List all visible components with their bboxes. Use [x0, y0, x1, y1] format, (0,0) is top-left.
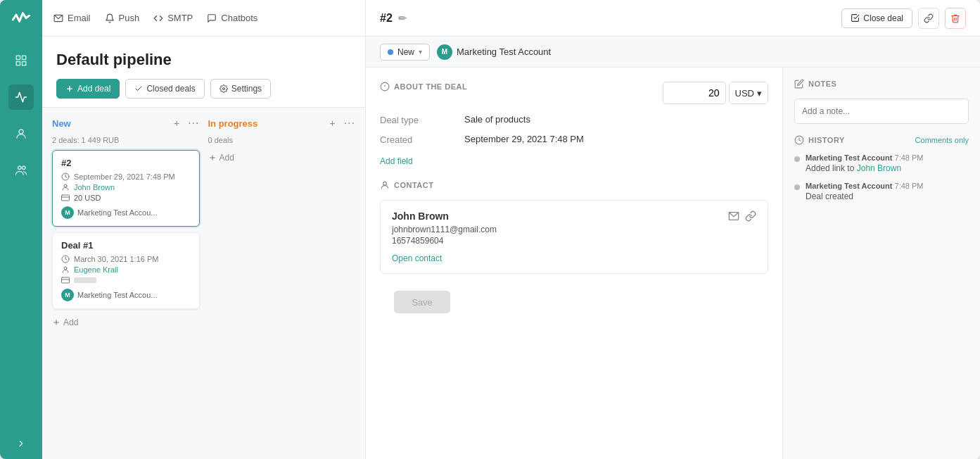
card-icon: [61, 194, 70, 202]
history-content-1: Marketing Test Account 7:48 PM Added lin…: [806, 153, 969, 173]
history-icon: [794, 135, 804, 145]
currency-select[interactable]: USD ▾: [729, 82, 768, 104]
notes-input[interactable]: [794, 99, 969, 124]
deal-panel-header: #2 ✏ Close deal: [366, 0, 980, 37]
deal-field-created: Created September 29, 2021 7:48 PM: [380, 134, 768, 145]
sidebar-item-deals[interactable]: [8, 84, 34, 110]
svg-point-16: [64, 267, 67, 270]
svg-rect-13: [62, 195, 70, 201]
deal-card-2-account: M Marketing Test Accou...: [61, 206, 191, 219]
sidebar-item-users[interactable]: [8, 158, 34, 183]
sidebar-item-analytics[interactable]: [8, 48, 34, 73]
nav-smtp-label: SMTP: [167, 13, 193, 23]
deal-card-2[interactable]: #2 September 29, 2021 7:48 PM John Brown…: [52, 150, 200, 227]
deal-panel-title-text: #2: [380, 12, 393, 25]
history-link-john[interactable]: John Brown: [857, 163, 901, 173]
save-area: Save: [380, 274, 768, 327]
checkbox-icon: [851, 13, 860, 23]
nav-push-label: Push: [119, 13, 140, 23]
closed-deals-button[interactable]: Closed deals: [125, 79, 204, 99]
svg-rect-1: [23, 56, 26, 59]
app-container: Email Push SMTP Chatbots Default pipelin…: [0, 0, 980, 459]
pipeline-header: Default pipeline Add deal Closed deals S…: [42, 37, 365, 108]
stage-badge[interactable]: New ▾: [380, 44, 430, 61]
kanban-col-inprogress: In progress + ··· 0 deals Add: [204, 116, 360, 451]
history-item-2: Marketing Test Account 7:48 PM Deal crea…: [794, 182, 969, 201]
col-more-inprogress[interactable]: ···: [344, 117, 355, 130]
top-nav: Email Push SMTP Chatbots: [42, 0, 365, 37]
add-deal-button[interactable]: Add deal: [56, 79, 120, 99]
account-avatar-2: M: [61, 206, 74, 219]
delete-deal-button[interactable]: [945, 8, 966, 29]
nav-email[interactable]: Email: [53, 10, 91, 26]
sidebar-item-contacts[interactable]: [8, 121, 34, 146]
nav-push[interactable]: Push: [105, 10, 140, 26]
person-icon: [61, 183, 70, 191]
col-meta-new: 2 deals: 1 449 RUB: [52, 136, 200, 144]
pipeline-actions: Add deal Closed deals Settings: [56, 79, 351, 99]
plus-icon-col2: [208, 153, 217, 162]
email-icon-2: [728, 210, 739, 222]
icon-sidebar: [0, 0, 42, 459]
history-content-2: Marketing Test Account 7:48 PM Deal crea…: [806, 182, 969, 201]
notes-icon: [794, 79, 804, 89]
stage-dot: [388, 49, 393, 55]
save-button[interactable]: Save: [394, 291, 450, 313]
contact-link-btn[interactable]: [745, 210, 756, 224]
comments-only-button[interactable]: Comments only: [915, 136, 969, 144]
account-badge: M Marketing Test Account: [437, 44, 551, 60]
nav-smtp[interactable]: SMTP: [153, 10, 193, 26]
deal-card-1-title: Deal #1: [61, 240, 191, 251]
history-title: HISTORY: [794, 135, 845, 145]
add-deal-col-btn-inprogress[interactable]: Add: [208, 150, 356, 165]
contact-phone: 16574859604: [392, 236, 497, 246]
bell-icon: [105, 13, 115, 23]
svg-rect-2: [23, 62, 26, 65]
link-button[interactable]: [918, 8, 939, 29]
svg-rect-3: [16, 62, 20, 65]
svg-point-6: [23, 166, 26, 170]
kanban-area: New + ··· 2 deals: 1 449 RUB #2 Septembe…: [42, 108, 365, 459]
sidebar-bottom: [8, 436, 34, 451]
open-contact-link[interactable]: Open contact: [392, 253, 442, 263]
add-field-button[interactable]: Add field: [380, 156, 413, 166]
deal-main: ABOUT THE DEAL USD ▾ Deal type Sale of p…: [366, 68, 783, 459]
settings-button[interactable]: Settings: [210, 79, 271, 99]
deal-card-2-date: September 29, 2021 7:48 PM: [61, 172, 191, 181]
contact-card: John Brown johnbrown1111@gmail.com 16574…: [380, 200, 768, 274]
contact-email-btn[interactable]: [728, 210, 739, 224]
nav-chatbots-label: Chatbots: [221, 13, 257, 23]
deal-card-1[interactable]: Deal #1 March 30, 2021 1:16 PM Eugene Kr…: [52, 232, 200, 309]
settings-icon: [219, 84, 228, 93]
stage-label: New: [397, 47, 414, 57]
currency-chevron: ▾: [757, 88, 762, 99]
clock-icon: [61, 172, 70, 181]
nav-chatbots[interactable]: Chatbots: [207, 10, 257, 26]
deal-card-2-amount: 20 USD: [61, 194, 191, 202]
nav-email-label: Email: [68, 13, 91, 23]
pipeline-title: Default pipeline: [56, 51, 351, 69]
sidebar-collapse-btn[interactable]: [8, 436, 34, 451]
plus-icon: [65, 84, 74, 93]
app-logo: [10, 8, 32, 31]
svg-point-4: [19, 130, 23, 134]
link-icon-2: [745, 210, 756, 222]
amount-input[interactable]: [663, 82, 726, 104]
col-meta-inprogress: 0 deals: [208, 136, 356, 144]
history-meta-2: Marketing Test Account 7:48 PM: [806, 182, 969, 190]
edit-deal-icon[interactable]: ✏: [398, 13, 407, 24]
close-deal-button[interactable]: Close deal: [841, 8, 912, 28]
col-add-btn-inprogress[interactable]: +: [326, 116, 340, 130]
deal-card-2-contact: John Brown: [61, 183, 191, 191]
svg-point-26: [383, 182, 387, 185]
col-more-new[interactable]: ···: [188, 117, 199, 130]
email-icon: [53, 13, 63, 23]
deal-body: ABOUT THE DEAL USD ▾ Deal type Sale of p…: [366, 68, 980, 459]
history-dot-1: [794, 156, 800, 162]
add-deal-col-btn-new[interactable]: Add: [52, 315, 200, 330]
col-add-btn-new[interactable]: +: [170, 116, 184, 130]
account-badge-avatar: M: [437, 44, 452, 60]
deal-card-2-title: #2: [61, 158, 191, 168]
notes-section-header: NOTES: [794, 79, 969, 89]
about-section-header: ABOUT THE DEAL: [380, 82, 467, 92]
